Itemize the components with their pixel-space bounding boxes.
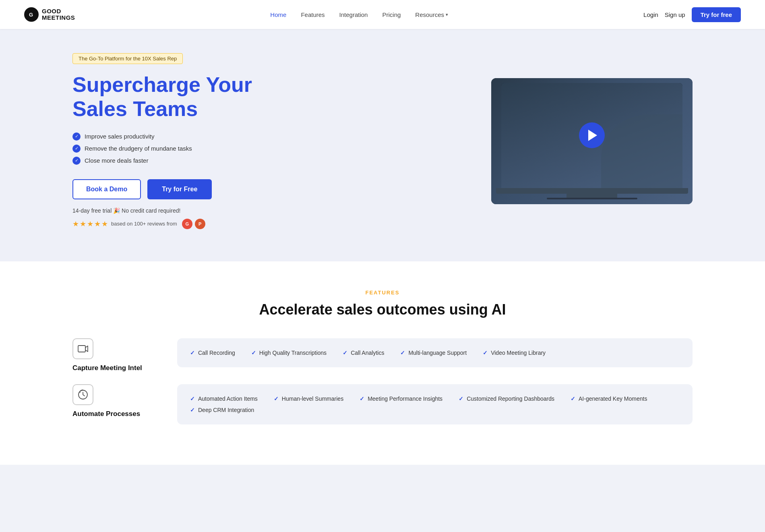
nav-resources[interactable]: Resources ▾ — [415, 11, 448, 18]
laptop-visual — [501, 83, 682, 199]
laptop-screen — [501, 83, 682, 188]
hero-features-list: ✓ Improve sales productivity ✓ Remove th… — [72, 132, 298, 165]
laptop-base — [496, 188, 688, 194]
automate-name: Automate Processes — [72, 410, 153, 418]
check-icon: ✓ — [343, 350, 347, 356]
login-button[interactable]: Login — [643, 11, 658, 18]
laptop-stand — [567, 194, 617, 198]
capture-tag-4: ✓ Video Meeting Library — [483, 350, 546, 356]
check-icon: ✓ — [190, 395, 195, 402]
automate-tag-5: ✓ Deep CRM Integration — [190, 407, 254, 413]
check-icon: ✓ — [190, 407, 195, 413]
star-4: ★ — [94, 219, 101, 228]
nav-links: Home Features Integration Pricing Resour… — [270, 11, 448, 18]
check-icon: ✓ — [459, 395, 463, 402]
features-title: Accelerate sales outcomes using AI — [72, 301, 693, 318]
capture-tag-1: ✓ High Quality Transcriptions — [251, 350, 327, 356]
laptop-screen-inner — [501, 83, 682, 188]
automate-card: ✓ Automated Action Items ✓ Human-level S… — [177, 384, 693, 424]
nav-pricing[interactable]: Pricing — [382, 11, 401, 18]
nav-home[interactable]: Home — [270, 11, 286, 18]
automate-tags: ✓ Automated Action Items ✓ Human-level S… — [190, 395, 680, 413]
star-1: ★ — [72, 219, 79, 228]
productHunt-badge: P — [195, 219, 205, 229]
check-icon: ✓ — [190, 350, 195, 356]
feature-left-automate: Automate Processes — [72, 384, 153, 418]
hero-left: The Go-To Platform for the 10X Sales Rep… — [72, 53, 298, 229]
hero-video — [491, 78, 693, 204]
check-icon-2: ✓ — [72, 145, 81, 153]
automate-tag-3: ✓ Customized Reporting Dashboards — [459, 395, 554, 402]
g2-badge: G — [182, 219, 192, 229]
stars-row: ★ ★ ★ ★ ★ based on 100+ reviews from G P — [72, 219, 298, 229]
check-icon-3: ✓ — [72, 157, 81, 165]
review-platforms: G P — [182, 219, 205, 229]
capture-card: ✓ Call Recording ✓ High Quality Transcri… — [177, 338, 693, 367]
navbar: G GOOD MEETINGS Home Features Integratio… — [0, 0, 765, 29]
check-icon: ✓ — [571, 395, 575, 402]
automate-tag-2: ✓ Meeting Performance Insights — [360, 395, 442, 402]
check-icon: ✓ — [251, 350, 256, 356]
reviews-text: based on 100+ reviews from — [111, 221, 177, 227]
feature-row-automate: Automate Processes ✓ Automated Action It… — [72, 384, 693, 424]
video-container[interactable] — [491, 78, 693, 204]
hero-section: The Go-To Platform for the 10X Sales Rep… — [0, 29, 765, 261]
automate-tag-1: ✓ Human-level Summaries — [274, 395, 343, 402]
signup-button[interactable]: Sign up — [665, 11, 685, 18]
capture-tag-2: ✓ Call Analytics — [343, 350, 384, 356]
star-3: ★ — [87, 219, 93, 228]
automate-tag-0: ✓ Automated Action Items — [190, 395, 258, 402]
feature-left-capture: Capture Meeting Intel — [72, 338, 153, 372]
features-label: FEATURES — [72, 290, 693, 296]
star-5: ★ — [101, 219, 108, 228]
capture-icon — [72, 338, 93, 359]
hero-title-blue: Supercharge — [72, 73, 201, 96]
automate-icon — [72, 384, 93, 405]
hero-buttons: Book a Demo Try for Free — [72, 179, 298, 199]
resources-chevron-icon: ▾ — [446, 12, 448, 17]
nav-integration[interactable]: Integration — [339, 11, 368, 18]
capture-tags: ✓ Call Recording ✓ High Quality Transcri… — [190, 350, 680, 356]
check-icon: ✓ — [274, 395, 279, 402]
person-silhouette — [601, 114, 683, 188]
hero-feature-1: ✓ Improve sales productivity — [72, 132, 298, 141]
capture-tag-3: ✓ Multi-language Support — [400, 350, 467, 356]
hero-badge: The Go-To Platform for the 10X Sales Rep — [72, 53, 183, 64]
star-2: ★ — [80, 219, 86, 228]
hero-title: Supercharge Your Sales Teams — [72, 73, 298, 121]
play-triangle-icon — [588, 130, 597, 141]
logo-text: GOOD MEETINGS — [42, 8, 75, 21]
capture-tag-0: ✓ Call Recording — [190, 350, 235, 356]
star-rating: ★ ★ ★ ★ ★ — [72, 219, 108, 228]
check-icon: ✓ — [360, 395, 364, 402]
play-button[interactable] — [579, 122, 605, 148]
try-free-hero-button[interactable]: Try for Free — [147, 179, 212, 199]
capture-name: Capture Meeting Intel — [72, 364, 153, 372]
hero-feature-3: ✓ Close more deals faster — [72, 157, 298, 165]
check-icon: ✓ — [483, 350, 488, 356]
try-free-nav-button[interactable]: Try for free — [692, 7, 741, 22]
check-icon-1: ✓ — [72, 132, 81, 141]
book-demo-button[interactable]: Book a Demo — [72, 179, 141, 199]
hero-feature-2: ✓ Remove the drudgery of mundane tasks — [72, 145, 298, 153]
laptop-foot — [547, 198, 637, 199]
feature-row-capture: Capture Meeting Intel ✓ Call Recording ✓… — [72, 338, 693, 372]
logo: G GOOD MEETINGS — [24, 7, 75, 22]
logo-icon: G — [24, 7, 39, 22]
trial-text: 14-day free trial 🎉 No credit card requi… — [72, 207, 298, 214]
automate-tag-4: ✓ AI-generated Key Moments — [571, 395, 647, 402]
features-section: FEATURES Accelerate sales outcomes using… — [0, 261, 765, 465]
check-icon: ✓ — [400, 350, 405, 356]
nav-features[interactable]: Features — [301, 11, 325, 18]
nav-actions: Login Sign up Try for free — [643, 7, 741, 22]
svg-text:G: G — [29, 12, 33, 18]
svg-rect-2 — [78, 346, 85, 352]
